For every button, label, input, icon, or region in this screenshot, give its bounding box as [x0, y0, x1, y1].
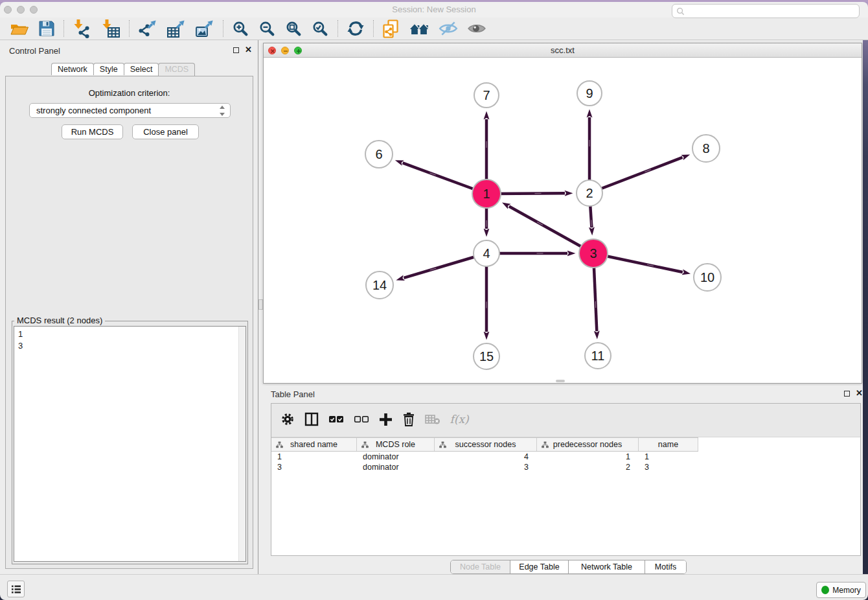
run-mcds-button[interactable]: Run MCDS	[62, 124, 123, 139]
toolbar-separator	[129, 20, 130, 37]
tab-network-table[interactable]: Network Table	[569, 560, 645, 573]
export-image-icon	[195, 19, 214, 38]
tab-node-table[interactable]: Node Table	[451, 560, 510, 573]
network-zoom-button[interactable]	[294, 47, 302, 54]
function-builder-button: f(x)	[445, 410, 474, 429]
graph-node-4[interactable]: 4	[474, 240, 499, 266]
graph-node-10[interactable]: 10	[694, 264, 721, 291]
table-row-1[interactable]: 1dominator411	[271, 452, 860, 462]
cell[interactable]: 3	[435, 462, 537, 472]
zoom-in-button[interactable]	[227, 18, 254, 39]
cell[interactable]: 2	[537, 462, 639, 472]
cell[interactable]: 3	[639, 462, 698, 472]
network-minimize-button[interactable]	[281, 47, 289, 54]
refresh-button[interactable]	[342, 18, 369, 39]
table-row-2[interactable]: 3dominator323	[271, 462, 860, 472]
memory-status-icon	[821, 586, 829, 594]
search-icon	[676, 7, 685, 16]
zoom-window-button[interactable]	[30, 6, 38, 14]
hide-graphics-details-button[interactable]	[434, 18, 463, 39]
zoom-out-button[interactable]	[254, 18, 280, 39]
cell[interactable]: dominator	[357, 462, 435, 472]
delete-columns-button[interactable]	[397, 410, 420, 429]
canvas-hscroll-thumb[interactable]	[556, 380, 565, 382]
dropdown-stepper-icon	[219, 106, 225, 116]
criterion-dropdown[interactable]: strongly connected component	[29, 103, 231, 118]
control-panel-tabs: NetworkStyleSelectMCDS	[51, 63, 194, 75]
graph-node-15[interactable]: 15	[474, 343, 499, 369]
column-header-predecessor-nodes[interactable]: predecessor nodes	[537, 438, 639, 451]
show-columns-button[interactable]	[299, 410, 323, 429]
export-table-button[interactable]	[162, 18, 190, 39]
cell[interactable]: 1	[639, 452, 698, 462]
zoom-selected-icon	[312, 20, 329, 38]
tab-network[interactable]: Network	[51, 63, 94, 75]
table-float-icon[interactable]	[844, 391, 850, 397]
tab-mcds[interactable]: MCDS	[158, 63, 195, 76]
mcds-tab-content: Optimization criterion: strongly connect…	[5, 76, 253, 569]
network-window-title: scc.txt	[264, 43, 862, 57]
graph-node-7[interactable]: 7	[474, 83, 499, 108]
graph-node-9[interactable]: 9	[577, 81, 602, 106]
export-image-button[interactable]	[190, 18, 219, 39]
column-header-MCDS-role[interactable]: MCDS role	[357, 438, 435, 451]
minimize-window-button[interactable]	[17, 6, 25, 14]
export-network-button[interactable]	[133, 18, 162, 39]
zoom-selected-button[interactable]	[307, 18, 334, 39]
cell[interactable]: 4	[435, 452, 537, 462]
close-window-button[interactable]	[4, 6, 12, 14]
network-window-titlebar[interactable]: scc.txt	[264, 43, 862, 58]
network-close-button[interactable]	[268, 47, 276, 54]
svg-text:4: 4	[483, 246, 490, 260]
tab-motifs[interactable]: Motifs	[645, 560, 686, 573]
status-bar: Memory	[0, 574, 868, 600]
import-network-button[interactable]	[68, 18, 97, 39]
column-header-name[interactable]: name	[639, 438, 698, 451]
table-rows: 1dominator4113dominator323	[271, 452, 860, 472]
import-table-button[interactable]	[97, 18, 125, 39]
column-header-shared-name[interactable]: shared name	[271, 438, 357, 451]
select-all-button[interactable]	[323, 410, 348, 429]
network-canvas[interactable]: 1234678910111415	[264, 58, 862, 383]
new-network-from-selection-button[interactable]	[378, 18, 404, 39]
zoom-fit-button[interactable]	[280, 18, 307, 39]
memory-button[interactable]: Memory	[816, 582, 866, 598]
tab-select[interactable]: Select	[124, 63, 159, 75]
cell[interactable]: 3	[271, 462, 357, 472]
criterion-value: strongly connected component	[36, 106, 151, 115]
close-panel-button[interactable]: Close panel	[132, 124, 199, 139]
open-file-icon	[10, 20, 29, 38]
edge-midpoint-label-mark	[591, 220, 592, 227]
create-column-button[interactable]	[374, 410, 397, 429]
graph-node-3[interactable]: 3	[579, 239, 608, 268]
table-options-button[interactable]	[275, 410, 299, 429]
graph-node-8[interactable]: 8	[692, 135, 720, 162]
table-close-icon[interactable]: ✕	[856, 388, 863, 398]
open-file-button[interactable]	[5, 18, 34, 39]
zoom-out-icon	[258, 20, 276, 38]
deselect-all-button[interactable]	[348, 410, 374, 429]
task-history-button[interactable]	[7, 581, 25, 597]
cell[interactable]: 1	[271, 452, 357, 462]
graph-node-11[interactable]: 11	[585, 343, 611, 369]
home-button[interactable]	[404, 18, 434, 39]
graph-node-14[interactable]: 14	[366, 271, 393, 299]
column-header-successor-nodes[interactable]: successor nodes	[435, 438, 537, 451]
close-panel-icon[interactable]: ✕	[245, 45, 252, 54]
cell[interactable]: 1	[537, 452, 639, 462]
panel-splitter-grip[interactable]	[258, 299, 263, 310]
save-session-button[interactable]	[34, 18, 60, 39]
tab-style[interactable]: Style	[93, 63, 124, 75]
mcds-result-scrollbar[interactable]	[238, 327, 246, 561]
tab-edge-table[interactable]: Edge Table	[510, 560, 569, 573]
show-graphics-details-button[interactable]	[463, 18, 491, 39]
mcds-result-text[interactable]: 1 3	[14, 326, 246, 562]
column-label: MCDS role	[376, 440, 415, 449]
graph-node-1[interactable]: 1	[472, 179, 501, 208]
cell[interactable]: dominator	[357, 452, 435, 462]
graph-node-2[interactable]: 2	[577, 180, 602, 206]
float-panel-icon[interactable]	[233, 47, 239, 53]
search-field[interactable]	[672, 4, 860, 18]
graph-edge-2-8[interactable]	[589, 157, 683, 193]
graph-node-6[interactable]: 6	[365, 141, 393, 168]
